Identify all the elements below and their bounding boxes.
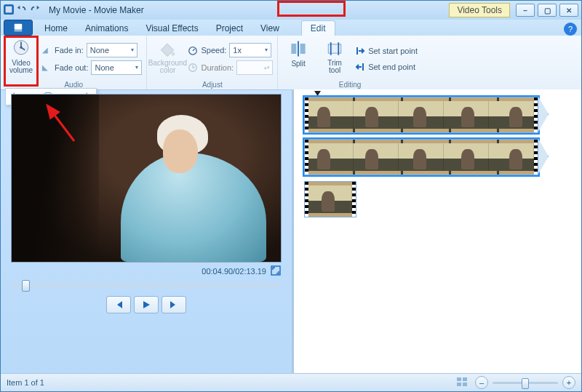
- help-button[interactable]: ?: [564, 23, 577, 36]
- duration-icon: [188, 63, 198, 73]
- app-icon: [4, 4, 14, 16]
- video-volume-label: Video volume: [9, 60, 33, 74]
- set-start-point-button[interactable]: Set start point: [355, 46, 418, 56]
- clip-2[interactable]: [304, 181, 356, 217]
- content-area: 00:04.90/02:13.19: [1, 89, 581, 374]
- zoom-out-button[interactable]: –: [475, 376, 488, 389]
- tabstrip: Home Animations Visual Effects Project V…: [1, 20, 581, 36]
- trim-tool-button[interactable]: Trim tool: [319, 37, 351, 80]
- duration-spin: ▴▾: [236, 60, 273, 75]
- ribbon-group-adjust: Background color Speed: 1x▾ Duration: ▴▾…: [147, 36, 278, 89]
- close-button[interactable]: ✕: [559, 4, 578, 17]
- preview-frame-image: [12, 95, 281, 262]
- start-point-icon: [355, 46, 365, 56]
- prev-frame-button[interactable]: [106, 296, 131, 313]
- svg-rect-14: [463, 377, 467, 381]
- speed-icon: [188, 45, 198, 55]
- zoom-slider[interactable]: [493, 382, 558, 384]
- tab-home[interactable]: Home: [36, 21, 76, 36]
- clip-row-3: [304, 181, 575, 216]
- svg-rect-1: [6, 7, 12, 13]
- fade-in-label: Fade in:: [55, 46, 84, 55]
- duration-label: Duration:: [201, 63, 234, 72]
- end-point-icon: [355, 62, 365, 72]
- clip-1[interactable]: [304, 97, 538, 133]
- app-window: My Movie - Movie Maker Video Tools – ▢ ✕…: [0, 0, 582, 392]
- zoom-thumb[interactable]: [522, 378, 529, 389]
- chevron-down-icon: ▾: [131, 47, 134, 53]
- split-label: Split: [291, 60, 305, 68]
- ribbon-group-audio: Video volume Fade in: None▾ Fade out: No…: [1, 36, 147, 89]
- svg-rect-16: [463, 383, 467, 386]
- clip-continue-icon: [538, 97, 549, 132]
- contextual-tab-video-tools[interactable]: Video Tools: [449, 3, 510, 17]
- next-frame-button[interactable]: [162, 296, 186, 313]
- zoom-in-button[interactable]: +: [562, 376, 575, 389]
- tab-animations[interactable]: Animations: [76, 21, 137, 36]
- status-bar: Item 1 of 1 – +: [1, 373, 581, 391]
- preview-monitor[interactable]: [11, 94, 282, 263]
- set-end-point-button[interactable]: Set end point: [355, 62, 418, 72]
- play-button[interactable]: [134, 296, 159, 313]
- clip-1b[interactable]: [304, 139, 538, 175]
- ribbon-group-editing: Split Trim tool Set start point Set end …: [278, 36, 422, 89]
- speaker-dial-icon: [11, 39, 31, 59]
- video-volume-button[interactable]: Video volume: [5, 37, 37, 80]
- tab-project[interactable]: Project: [207, 21, 252, 36]
- background-color-button: Background color: [151, 37, 183, 80]
- fade-out-label: Fade out:: [55, 63, 88, 72]
- svg-point-6: [172, 52, 175, 55]
- svg-rect-9: [292, 44, 297, 54]
- fade-in-combo[interactable]: None▾: [87, 43, 137, 57]
- chevron-down-icon: ▾: [135, 64, 138, 71]
- svg-rect-10: [300, 44, 306, 54]
- svg-rect-2: [15, 24, 23, 30]
- minimize-button[interactable]: –: [516, 4, 535, 17]
- split-icon: [288, 39, 308, 59]
- svg-rect-15: [457, 383, 461, 386]
- redo-icon[interactable]: [30, 4, 40, 16]
- tab-visual-effects[interactable]: Visual Effects: [137, 21, 207, 36]
- fade-out-icon: [41, 63, 52, 72]
- undo-icon[interactable]: [17, 4, 27, 16]
- zoom-control: – +: [475, 376, 575, 389]
- svg-rect-3: [15, 31, 23, 32]
- seek-thumb[interactable]: [22, 280, 30, 292]
- preview-pane: 00:04.90/02:13.19: [1, 89, 292, 374]
- clip-row-2: [304, 139, 575, 174]
- clip-row-1: [304, 97, 575, 132]
- ribbon: Video volume Fade in: None▾ Fade out: No…: [1, 36, 581, 90]
- status-item-count: Item 1 of 1: [7, 378, 44, 387]
- timeline-pane[interactable]: [292, 89, 581, 374]
- tab-edit[interactable]: Edit: [301, 20, 335, 36]
- clip-continue-icon: [538, 139, 549, 174]
- fullscreen-icon[interactable]: [271, 265, 281, 277]
- window-title: My Movie - Movie Maker: [40, 5, 449, 15]
- quick-access-toolbar: [4, 4, 40, 16]
- svg-rect-13: [457, 377, 461, 381]
- fade-out-combo[interactable]: None▾: [91, 60, 142, 75]
- fade-in-icon: [41, 46, 52, 55]
- svg-point-5: [20, 47, 23, 49]
- trim-label: Trim tool: [327, 60, 342, 74]
- split-button[interactable]: Split: [282, 37, 314, 80]
- group-title-adjust: Adjust: [151, 80, 273, 89]
- group-title-editing: Editing: [282, 80, 418, 89]
- thumbnails-view-icon[interactable]: [456, 377, 468, 388]
- chevron-down-icon: ▾: [265, 47, 268, 53]
- application-menu-button[interactable]: [4, 20, 33, 36]
- speed-label: Speed:: [201, 46, 226, 55]
- background-color-label: Background color: [148, 60, 187, 74]
- maximize-button[interactable]: ▢: [538, 4, 557, 17]
- preview-seek-slider[interactable]: [12, 281, 281, 289]
- paint-bucket-icon: [157, 39, 178, 59]
- trim-icon: [324, 39, 345, 59]
- titlebar: My Movie - Movie Maker Video Tools – ▢ ✕: [1, 1, 581, 20]
- tab-view[interactable]: View: [252, 21, 288, 36]
- speed-combo[interactable]: 1x▾: [229, 43, 271, 57]
- playback-time: 00:04.90/02:13.19: [202, 267, 266, 276]
